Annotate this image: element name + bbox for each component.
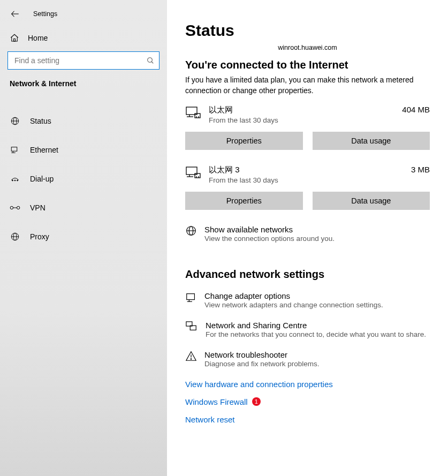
main-content: Status winroot.huawei.com You're connect… (167, 0, 448, 476)
network-name: 以太网 3 (209, 165, 405, 175)
back-button[interactable] (9, 7, 21, 20)
show-networks-sub: View the connection options around you. (204, 235, 335, 243)
monitor-ethernet-icon (185, 105, 204, 120)
page-title: Status (185, 21, 430, 40)
network-troubleshooter[interactable]: Network troubleshooter Diagnose and fix … (185, 350, 430, 368)
network-usage: 404 MB (396, 105, 430, 114)
search-input[interactable] (13, 56, 146, 65)
svg-rect-1 (14, 39, 16, 42)
arrow-left-icon (10, 9, 20, 19)
connected-desc: If you have a limited data plan, you can… (185, 74, 430, 96)
network-sub: From the last 30 days (209, 116, 396, 124)
svg-point-14 (17, 206, 19, 209)
sidebar-item-label: Ethernet (30, 146, 58, 154)
sidebar-home-label: Home (28, 34, 48, 42)
data-usage-button[interactable]: Data usage (313, 192, 430, 210)
sidebar: Settings Home Network & Internet Status (0, 0, 167, 476)
home-icon (10, 33, 19, 43)
search-box[interactable] (7, 51, 160, 70)
adv-item-sub: Diagnose and fix network problems. (204, 360, 320, 368)
svg-line-3 (151, 62, 153, 63)
svg-rect-7 (11, 147, 17, 152)
change-adapter-options[interactable]: Change adapter options View network adap… (185, 291, 430, 309)
sidebar-item-label: Proxy (30, 232, 49, 241)
vpn-icon (10, 202, 20, 213)
properties-button[interactable]: Properties (185, 192, 303, 210)
globe-icon (185, 225, 197, 237)
header-bar: Settings (0, 4, 167, 28)
svg-rect-22 (195, 114, 200, 118)
sidebar-category: Network & Internet (0, 77, 167, 96)
sidebar-item-status[interactable]: Status (0, 109, 167, 133)
sidebar-item-ethernet[interactable]: Ethernet (0, 138, 167, 162)
svg-rect-34 (187, 293, 195, 299)
dialup-icon (10, 173, 20, 184)
svg-point-40 (191, 358, 191, 359)
network-name: 以太网 (209, 105, 396, 115)
monitor-ethernet-icon (185, 165, 204, 180)
domain-label: winroot.huawei.com (185, 44, 430, 51)
adv-item-title: Network and Sharing Centre (206, 321, 426, 330)
sidebar-item-label: VPN (30, 203, 45, 212)
search-icon (146, 56, 155, 65)
link-label: View hardware and connection properties (185, 380, 333, 389)
svg-point-11 (14, 180, 16, 181)
warning-triangle-icon (185, 350, 197, 362)
svg-point-13 (10, 206, 13, 209)
sidebar-item-label: Dial-up (30, 175, 54, 183)
header-title: Settings (33, 10, 57, 18)
svg-point-12 (17, 180, 18, 181)
globe-icon (10, 116, 20, 126)
sidebar-nav: Status Ethernet Dial-up (0, 96, 167, 248)
connected-title: You're connected to the Internet (185, 59, 430, 71)
link-network-reset[interactable]: Network reset (185, 415, 430, 424)
link-label: Windows Firewall (185, 397, 248, 406)
properties-button[interactable]: Properties (185, 132, 303, 150)
network-usage: 3 MB (405, 165, 430, 174)
network-sharing-centre[interactable]: Network and Sharing Centre For the netwo… (185, 321, 430, 338)
sidebar-item-label: Status (30, 117, 51, 125)
sharing-icon (185, 321, 198, 333)
adapter-icon (185, 291, 197, 303)
adv-item-sub: For the networks that you connect to, de… (206, 330, 426, 338)
show-networks-title: Show available networks (204, 225, 335, 234)
sidebar-item-proxy[interactable]: Proxy (0, 225, 167, 248)
adv-item-sub: View network adapters and change connect… (204, 301, 383, 309)
link-hardware-properties[interactable]: View hardware and connection properties (185, 380, 430, 389)
svg-point-10 (12, 180, 13, 181)
network-block: 以太网 From the last 30 days 404 MB Propert… (185, 105, 430, 150)
adv-item-title: Network troubleshooter (204, 350, 320, 359)
notification-badge: 1 (252, 397, 261, 406)
data-usage-button[interactable]: Data usage (313, 132, 430, 150)
sidebar-home[interactable]: Home (0, 28, 167, 48)
sidebar-item-vpn[interactable]: VPN (0, 196, 167, 220)
show-available-networks[interactable]: Show available networks View the connect… (185, 225, 430, 243)
network-sub: From the last 30 days (209, 176, 405, 184)
link-windows-firewall[interactable]: Windows Firewall 1 (185, 397, 430, 406)
link-label: Network reset (185, 415, 235, 424)
network-block: 以太网 3 From the last 30 days 3 MB Propert… (185, 165, 430, 210)
advanced-heading: Advanced network settings (185, 268, 430, 281)
proxy-icon (10, 231, 20, 242)
svg-rect-28 (195, 173, 200, 178)
sidebar-item-dialup[interactable]: Dial-up (0, 167, 167, 191)
adv-item-title: Change adapter options (204, 291, 383, 300)
ethernet-icon (10, 145, 20, 155)
